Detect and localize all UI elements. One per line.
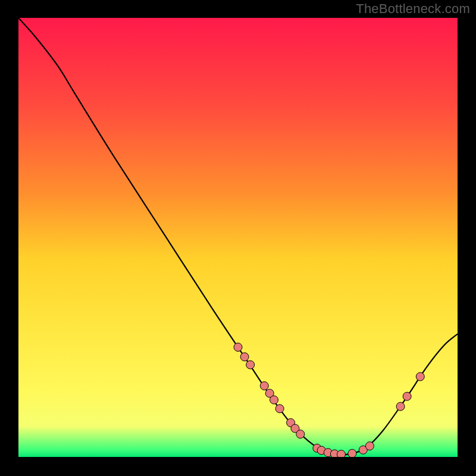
- data-marker: [296, 430, 305, 439]
- data-marker: [240, 353, 249, 361]
- data-marker: [403, 392, 411, 400]
- data-marker: [270, 396, 278, 404]
- chart-frame: TheBottleneck.com: [0, 0, 476, 476]
- watermark-text: TheBottleneck.com: [356, 1, 470, 17]
- data-marker: [234, 343, 242, 352]
- data-marker: [246, 361, 255, 369]
- data-marker: [260, 381, 268, 390]
- bottleneck-chart: [0, 0, 476, 476]
- data-marker: [396, 402, 405, 411]
- data-marker: [337, 450, 345, 459]
- data-marker: [348, 449, 356, 458]
- data-marker: [275, 405, 284, 413]
- data-marker: [365, 442, 374, 450]
- data-marker: [416, 372, 424, 381]
- gradient-background: [18, 18, 458, 457]
